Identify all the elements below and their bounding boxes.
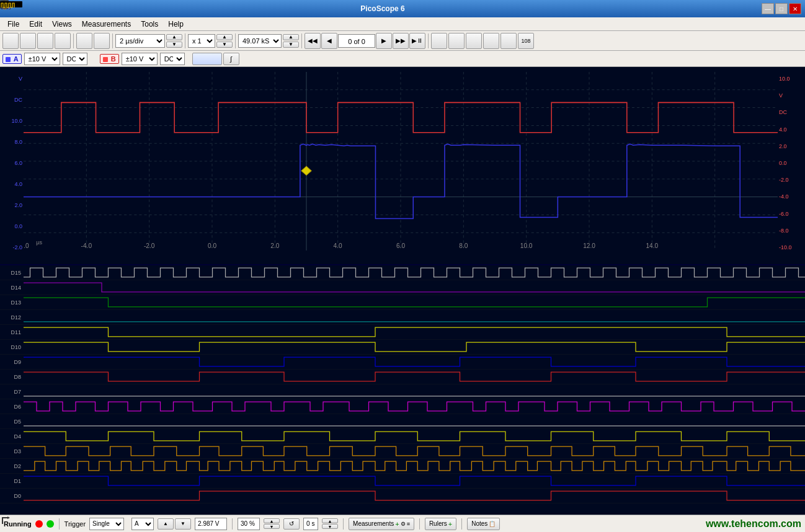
d1-label: D1: [0, 478, 24, 484]
digital-row-d8: D8: [0, 370, 805, 384]
d2-wave: [24, 459, 805, 473]
d3-label: D3: [0, 448, 24, 454]
d10-label: D10: [0, 344, 24, 350]
y-label-left-2: 10.0: [1, 118, 24, 124]
d5-label: D5: [0, 419, 24, 425]
y-label-left-8: -2.0: [1, 245, 24, 250]
y-label-right-1: V: [778, 93, 804, 99]
x-label-6: 6.0: [396, 242, 405, 249]
trigger-marker: [301, 166, 311, 175]
digital-row-d14: D14: [0, 280, 805, 295]
d8-label: D8: [0, 374, 24, 380]
d11-wave: [24, 325, 805, 339]
x-label-14: 14.0: [646, 242, 658, 249]
y-label-right-10: -10.0: [778, 245, 804, 250]
digital-row-d13: D13: [0, 295, 805, 310]
red-waveform: [24, 102, 778, 132]
d3-wave: [24, 444, 805, 458]
x-label-neg6: -6.0: [24, 242, 29, 249]
d13-wave: [24, 295, 805, 309]
d4-label: D4: [0, 433, 24, 440]
y-label-right-8: -6.0: [778, 211, 804, 217]
y-label-right-6: -2.0: [778, 177, 804, 183]
digital-row-d9: D9: [0, 355, 805, 370]
d9-label: D9: [0, 359, 24, 365]
y-label-right-7: -4.0: [778, 194, 804, 200]
x-unit-label: µs: [36, 239, 42, 246]
y-label-left-4: 6.0: [1, 161, 24, 166]
d14-label: D14: [0, 285, 24, 291]
d2-label: D2: [0, 463, 24, 469]
d0-wave: [24, 489, 805, 503]
channel-bar: A ±10 V DC B ±10 V DC ∫: [0, 51, 805, 67]
d14-wave: [24, 280, 805, 295]
d7-wave: [24, 384, 805, 399]
y-label-left-1: DC: [1, 97, 24, 103]
x-label-0: 0.0: [208, 242, 216, 249]
d6-wave: [24, 399, 805, 414]
digital-row-d1: D1: [0, 474, 805, 489]
x-label-8: 8.0: [459, 242, 468, 249]
digital-row-d4: D4: [0, 429, 805, 444]
y-label-right-4: 2.0: [778, 144, 804, 149]
y-label-left-7: 0.0: [1, 224, 24, 229]
d10-wave: [24, 340, 805, 354]
d4-wave: [24, 429, 805, 443]
status-bar: Running Trigger Single A ▲ ▼ 2.987 V 30 …: [0, 515, 805, 532]
digital-row-d5: D5: [0, 414, 805, 429]
x-label-10: 10.0: [520, 242, 533, 249]
d12-wave: [24, 310, 805, 324]
x-label-2: 2.0: [270, 242, 279, 249]
d7-label: D7: [0, 389, 24, 395]
d15-wave: [24, 265, 805, 280]
y-label-right-5: 0.0: [778, 161, 804, 166]
d1-wave: [24, 474, 805, 488]
digital-row-d12: D12: [0, 310, 805, 325]
digital-row-d0: D0: [0, 489, 805, 503]
y-label-right-2: DC: [778, 110, 804, 115]
digital-row-d6: D6: [0, 399, 805, 414]
d11-label: D11: [0, 329, 24, 335]
x-label-4: 4.0: [334, 242, 342, 249]
x-label-12: 12.0: [583, 242, 595, 249]
digital-row-d2: D2: [0, 459, 805, 474]
digital-row-d3: D3: [0, 444, 805, 459]
digital-row-d15: D15: [0, 265, 805, 280]
y-label-left-6: 2.0: [1, 203, 24, 208]
svg-marker-40: [7, 516, 10, 519]
d9-wave: [24, 355, 805, 369]
digital-row-d7: D7: [0, 384, 805, 399]
d15-label: D15: [0, 270, 24, 276]
d13-label: D13: [0, 299, 24, 306]
y-label-left-5: 4.0: [1, 182, 24, 187]
analog-waveform-svg: -6.0 -4.0 -2.0 0.0 2.0 4.0 6.0 8.0 10.0 …: [24, 72, 778, 250]
y-label-right-9: -8.0: [778, 228, 804, 234]
x-label-neg4: -4.0: [81, 242, 92, 249]
digital-section: D15 D14 D13: [0, 265, 805, 503]
scope-area: pico Technology V DC 10.0 8.0 6.0 4.0 2.…: [0, 67, 805, 526]
d6-label: D6: [0, 404, 24, 410]
x-label-neg2: -2.0: [144, 242, 155, 249]
y-label-right-3: 4.0: [778, 127, 804, 133]
digital-row-d11: D11: [0, 325, 805, 340]
d12-label: D12: [0, 314, 24, 321]
digital-channels-button[interactable]: [192, 53, 222, 65]
y-label-left-3: 8.0: [1, 140, 24, 145]
d0-label: D0: [0, 493, 24, 499]
y-label-right-0: 10.0: [778, 76, 804, 82]
d8-wave: [24, 370, 805, 384]
digital-row-d10: D10: [0, 340, 805, 355]
y-label-left-0: V: [1, 76, 24, 82]
d5-wave: [24, 414, 805, 428]
